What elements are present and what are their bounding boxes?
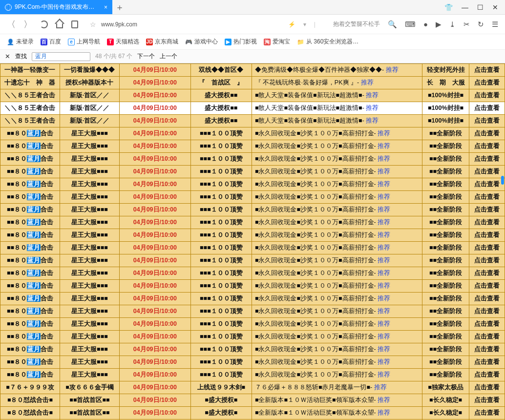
cell-name[interactable]: ■■８０蓝月合击: [0, 153, 60, 166]
table-row[interactable]: ■■８０蓝月合击星王大服■■■04月09日/10:00■■■１００顶赞■永久回收…: [0, 280, 505, 293]
reader-icon[interactable]: [71, 21, 78, 28]
cell-view[interactable]: 点击查看: [469, 343, 505, 356]
cell-desc[interactable]: ■永久回收现金■沙奖１００万■高薪招打金- 推荐: [252, 140, 422, 153]
cell-view[interactable]: 点击查看: [469, 102, 505, 115]
table-row[interactable]: ■■８０蓝月合击星王大服■■■04月09日/10:00■■■１００顶赞■永久回收…: [0, 191, 505, 204]
cell-view[interactable]: 点击查看: [469, 127, 505, 140]
cell-view[interactable]: 点击查看: [469, 77, 505, 89]
address-bar[interactable]: ☆ www.9pk.com: [86, 21, 280, 28]
cell-name[interactable]: ■■８０蓝月合击: [0, 191, 60, 204]
wechat-icon[interactable]: ●: [423, 20, 428, 28]
cell-name[interactable]: ■■８０蓝月合击: [0, 242, 60, 254]
bookmark-item[interactable]: e上网导航: [68, 38, 100, 46]
cell-desc[interactable]: ◆免费满级◆终极全爆◆百件神器◆独家◆◆- 推荐: [252, 64, 422, 77]
search-icon[interactable]: 🔍: [388, 20, 397, 29]
download-icon[interactable]: ⤓: [449, 20, 456, 29]
bookmark-item[interactable]: T天猫精选: [107, 38, 139, 46]
cell-name[interactable]: ■■８０蓝月合击: [0, 254, 60, 267]
cell-view[interactable]: 点击查看: [469, 280, 505, 293]
bookmark-item[interactable]: 🎮游戏中心: [185, 38, 218, 46]
table-row[interactable]: ■８０怼战合击■■■首战首区■■04月09日/10:00■盛大授权■■全新版本■…: [0, 407, 505, 420]
table-row[interactable]: ＼＼８５王者合击新版·首区／／04月09日/10:00盛大授权■■■散人天堂■装…: [0, 115, 505, 127]
cell-name[interactable]: ■■８０蓝月合击: [0, 216, 60, 229]
table-row[interactable]: ■■８０蓝月合击星王大服■■■04月09日/10:00■■■１００顶赞■永久回收…: [0, 178, 505, 191]
cell-name[interactable]: ■■８０蓝月合击: [0, 331, 60, 343]
cell-desc[interactable]: ■永久回收现金■沙奖１００万■高薪招打金- 推荐: [252, 318, 422, 331]
findbar-close-icon[interactable]: ✕: [5, 53, 10, 60]
headline-text[interactable]: 抱着交警腿不松手: [333, 20, 380, 28]
cell-view[interactable]: 点击查看: [469, 407, 505, 420]
cell-name[interactable]: ■■８０蓝月合击: [0, 293, 60, 305]
cell-name[interactable]: ■■８０蓝月合击: [0, 127, 60, 140]
cell-desc[interactable]: ■全新版本■１０Ｗ活动巨奖■领军版本众望- 推荐: [252, 407, 422, 420]
table-row[interactable]: 一神器一轻微变一一切看脸爆◆◆◆04月09日/10:00双线◆◆首区◆◆免费满级…: [0, 64, 505, 77]
cell-view[interactable]: 点击查看: [469, 331, 505, 343]
cell-desc[interactable]: ■永久回收现金■沙奖１００万■高薪招打金- 推荐: [252, 356, 422, 369]
cell-view[interactable]: 点击查看: [469, 204, 505, 216]
dropdown-icon[interactable]: ▾: [303, 21, 306, 28]
forward-icon[interactable]: 〉: [23, 19, 32, 30]
cell-view[interactable]: 点击查看: [469, 229, 505, 242]
minimize-icon[interactable]: —: [462, 3, 468, 11]
cell-desc[interactable]: ■散人天堂■装备保值■新玩法■超激情■- 推荐: [252, 89, 422, 102]
cell-name[interactable]: ■■８０蓝月合击: [0, 356, 60, 369]
cell-desc[interactable]: ■永久回收现金■沙奖１００万■高薪招打金- 推荐: [252, 204, 422, 216]
cell-name[interactable]: ■■８０蓝月合击: [0, 305, 60, 318]
cell-desc[interactable]: ７６必爆＋８８８怒斩■赤月老魔暴一切■- 推荐: [252, 381, 422, 394]
cell-name[interactable]: ■■８０蓝月合击: [0, 343, 60, 356]
table-row[interactable]: ■７６＋９９９攻■攻６６６金手镯04月09日/10:00上线送９９木剑■７６必爆…: [0, 381, 505, 394]
reload-icon[interactable]: [40, 21, 48, 28]
bookmark-item[interactable]: 📁从 360安全浏览器…: [297, 38, 358, 46]
cell-view[interactable]: 点击查看: [469, 178, 505, 191]
find-next-button[interactable]: 下一个: [137, 52, 155, 61]
table-row[interactable]: ■■８０蓝月合击星王大服■■■04月09日/10:00■■■１００顶赞■永久回收…: [0, 331, 505, 343]
table-row[interactable]: 十遗忘十 神 器授权≤神器版本十04月09日/10:00『 首战区 』『 不花钱…: [0, 77, 505, 89]
content-area[interactable]: 一神器一轻微变一一切看脸爆◆◆◆04月09日/10:00双线◆◆首区◆◆免费满级…: [0, 63, 505, 420]
new-tab-button[interactable]: ＋: [112, 0, 127, 14]
table-row[interactable]: ■■８０蓝月合击星王大服■■■04月09日/10:00■■■１００顶赞■永久回收…: [0, 229, 505, 242]
home-icon[interactable]: [56, 21, 63, 28]
cell-view[interactable]: 点击查看: [469, 153, 505, 166]
lightning-icon[interactable]: ⚡: [288, 21, 295, 28]
cell-name[interactable]: 十遗忘十 神 器: [0, 77, 60, 89]
cell-name[interactable]: ■■８０蓝月合击: [0, 280, 60, 293]
table-row[interactable]: ■■８０蓝月合击星王大服■■■04月09日/10:00■■■１００顶赞■永久回收…: [0, 140, 505, 153]
favorite-icon[interactable]: ☆: [90, 21, 96, 28]
find-prev-button[interactable]: 上一个: [160, 52, 177, 61]
cell-desc[interactable]: ■永久回收现金■沙奖１００万■高薪招打金- 推荐: [252, 166, 422, 178]
cell-desc[interactable]: ■散人天堂■装备保值■新玩法■超激情■- 推荐: [252, 115, 422, 127]
table-row[interactable]: ＼＼８５王者合击新版·首区／／04月09日/10:00盛大授权■■■散人天堂■装…: [0, 102, 505, 115]
cell-name[interactable]: ■■８０蓝月合击: [0, 267, 60, 280]
login-status[interactable]: 👤未登录: [7, 38, 34, 46]
cell-view[interactable]: 点击查看: [469, 191, 505, 204]
cell-desc[interactable]: ■永久回收现金■沙奖１００万■高薪招打金- 推荐: [252, 369, 422, 381]
cell-view[interactable]: 点击查看: [469, 267, 505, 280]
maximize-icon[interactable]: ☐: [477, 3, 484, 11]
cell-view[interactable]: 点击查看: [469, 166, 505, 178]
cell-desc[interactable]: ■永久回收现金■沙奖１００万■高薪招打金- 推荐: [252, 127, 422, 140]
cell-view[interactable]: 点击查看: [469, 115, 505, 127]
cell-desc[interactable]: ■永久回收现金■沙奖１００万■高薪招打金- 推荐: [252, 153, 422, 166]
cell-name[interactable]: 一神器一轻微变一: [0, 64, 60, 77]
skin-icon[interactable]: 👕: [444, 3, 453, 11]
cell-name[interactable]: ■■８０蓝月合击: [0, 318, 60, 331]
cell-desc[interactable]: ■永久回收现金■沙奖１００万■高薪招打金- 推荐: [252, 254, 422, 267]
cell-name[interactable]: ■■８０蓝月合击: [0, 178, 60, 191]
table-row[interactable]: ■■８０蓝月合击星王大服■■■04月09日/10:00■■■１００顶赞■永久回收…: [0, 356, 505, 369]
cell-name[interactable]: ■■８０蓝月合击: [0, 229, 60, 242]
cell-view[interactable]: 点击查看: [469, 293, 505, 305]
cell-desc[interactable]: ■永久回收现金■沙奖１００万■高薪招打金- 推荐: [252, 178, 422, 191]
cell-desc[interactable]: 『 不花钱玩终极·装备好爆，PK爽 』- 推荐: [252, 77, 422, 89]
bookmark-item[interactable]: JD京东商城: [146, 38, 178, 46]
table-row[interactable]: ■■８０蓝月合击星王大服■■■04月09日/10:00■■■１００顶赞■永久回收…: [0, 204, 505, 216]
cell-desc[interactable]: ■全新版本■１０Ｗ活动巨奖■领军版本众望- 推荐: [252, 394, 422, 407]
back-icon[interactable]: 〈: [7, 19, 16, 30]
cell-name[interactable]: ＼＼８５王者合击: [0, 102, 60, 115]
bookmark-item[interactable]: 百百度: [41, 38, 61, 46]
cell-name[interactable]: ＼＼８５王者合击: [0, 115, 60, 127]
cell-view[interactable]: 点击查看: [469, 305, 505, 318]
cell-name[interactable]: ■８０怼战合击■: [0, 394, 60, 407]
cell-view[interactable]: 点击查看: [469, 318, 505, 331]
table-row[interactable]: ■■８０蓝月合击星王大服■■■04月09日/10:00■■■１００顶赞■永久回收…: [0, 343, 505, 356]
history-icon[interactable]: ↻: [478, 20, 484, 29]
